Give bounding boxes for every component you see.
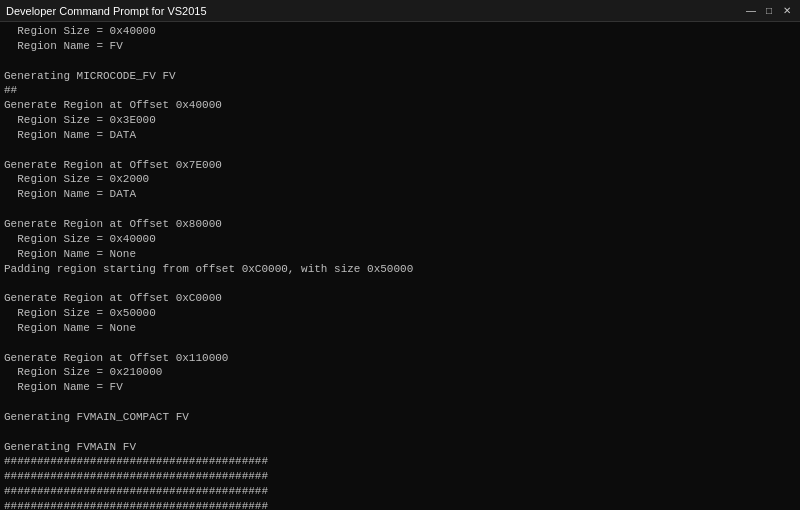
- minimize-button[interactable]: —: [744, 4, 758, 18]
- console-line: ########################################: [4, 469, 796, 484]
- console-line: Generate Region at Offset 0x7E000: [4, 158, 796, 173]
- console-line: Region Size = 0x40000: [4, 24, 796, 39]
- maximize-button[interactable]: □: [762, 4, 776, 18]
- console-line: Generate Region at Offset 0x110000: [4, 351, 796, 366]
- console-line: Generating FVMAIN FV: [4, 440, 796, 455]
- console-line: Region Name = None: [4, 321, 796, 336]
- console-line: [4, 143, 796, 158]
- console-line: Generating MICROCODE_FV FV: [4, 69, 796, 84]
- close-button[interactable]: ✕: [780, 4, 794, 18]
- console-line: [4, 276, 796, 291]
- console-line: Region Name = FV: [4, 380, 796, 395]
- console-line: ##: [4, 83, 796, 98]
- console-line: ########################################: [4, 499, 796, 510]
- console-line: Generating FVMAIN_COMPACT FV: [4, 410, 796, 425]
- console-line: Region Name = None: [4, 247, 796, 262]
- titlebar: Developer Command Prompt for VS2015 — □ …: [0, 0, 800, 22]
- window: Developer Command Prompt for VS2015 — □ …: [0, 0, 800, 510]
- console-line: Generate Region at Offset 0x40000: [4, 98, 796, 113]
- console-line: Region Size = 0x210000: [4, 365, 796, 380]
- console-line: Region Name = DATA: [4, 128, 796, 143]
- console-line: Region Size = 0x3E000: [4, 113, 796, 128]
- console-line: ########################################: [4, 484, 796, 499]
- console-output: Region Size = 0x40000 Region Name = FV G…: [0, 22, 800, 510]
- console-line: Generate Region at Offset 0xC0000: [4, 291, 796, 306]
- console-line: Region Name = DATA: [4, 187, 796, 202]
- console-line: Generate Region at Offset 0x80000: [4, 217, 796, 232]
- console-line: [4, 54, 796, 69]
- console-line: Region Name = FV: [4, 39, 796, 54]
- console-line: Region Size = 0x40000: [4, 232, 796, 247]
- window-title: Developer Command Prompt for VS2015: [6, 5, 207, 17]
- console-line: [4, 336, 796, 351]
- console-line: ########################################: [4, 454, 796, 469]
- window-controls: — □ ✕: [744, 4, 794, 18]
- console-line: Region Size = 0x50000: [4, 306, 796, 321]
- console-line: Padding region starting from offset 0xC0…: [4, 262, 796, 277]
- console-line: [4, 425, 796, 440]
- console-line: [4, 202, 796, 217]
- console-line: [4, 395, 796, 410]
- console-line: Region Size = 0x2000: [4, 172, 796, 187]
